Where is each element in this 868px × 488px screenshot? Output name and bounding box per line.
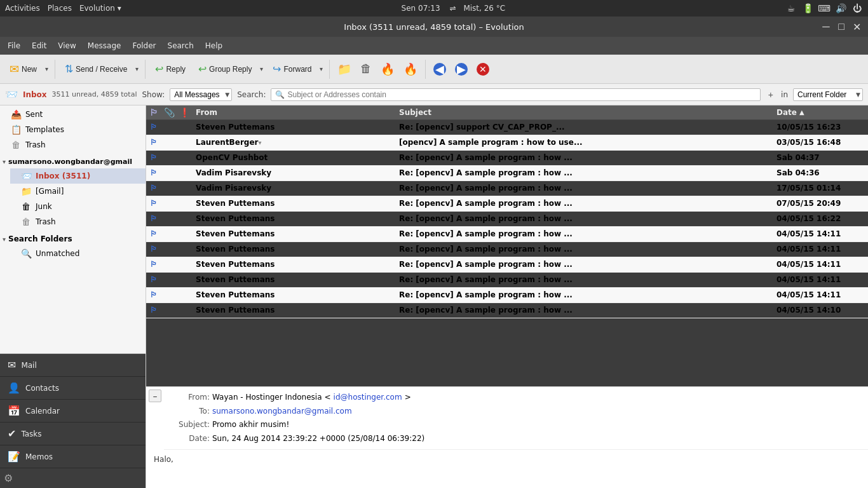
nav-memos[interactable]: 📝 Memos	[0, 445, 146, 468]
maximize-button[interactable]: □	[835, 20, 848, 33]
flag-icon: 🏳	[150, 184, 158, 193]
sidebar-item-junk[interactable]: 🗑 Junk	[10, 199, 146, 214]
row-date: 07/05/15 20:49	[773, 199, 868, 208]
send-receive-button[interactable]: ⇅ Send / Receive	[59, 60, 133, 78]
back-button[interactable]: ◀	[430, 60, 450, 79]
nav-calendar[interactable]: 📅 Calendar	[0, 400, 146, 423]
power-icon[interactable]: ⏻	[851, 3, 863, 14]
subject-value: Promo akhir musim!	[212, 418, 289, 432]
evolution-menu[interactable]: Evolution ▾	[79, 4, 121, 13]
nav-tasks[interactable]: ✔ Tasks	[0, 423, 146, 445]
sidebar-item-gmail[interactable]: 📁 [Gmail]	[10, 184, 146, 199]
table-row[interactable]: 🏳 Steven Puttemans Re: [opencv] A sample…	[146, 257, 868, 273]
inbox-active-label: Inbox	[23, 90, 47, 99]
activities-label[interactable]: Activities	[5, 4, 40, 13]
table-row[interactable]: 🏳 OpenCV Pushbot Re: [opencv] A sample p…	[146, 151, 868, 166]
from-email-link[interactable]: id@hostinger.com	[334, 391, 402, 405]
menu-edit[interactable]: Edit	[27, 39, 51, 52]
places-menu[interactable]: Places	[48, 4, 72, 13]
menu-file[interactable]: File	[3, 39, 25, 52]
sidebar-search-header[interactable]: ▾ Search Folders	[0, 232, 146, 246]
stop-icon: ✕	[477, 63, 489, 76]
nav-mail[interactable]: ✉ Mail	[0, 354, 146, 377]
table-row[interactable]: 🏳 Steven Puttemans Re: [opencv] A sample…	[146, 303, 868, 318]
flag-icon: 🏳	[150, 290, 158, 299]
send-receive-dropdown-arrow[interactable]: ▾	[133, 62, 141, 76]
trash-1-icon: 🗑	[10, 140, 22, 150]
sidebar-item-trash-2[interactable]: 🗑 Trash	[10, 214, 146, 229]
header-subject-col[interactable]: Subject	[395, 108, 773, 117]
row-date: Sab 04:37	[773, 153, 868, 162]
table-row[interactable]: 🏳 Steven Puttemans Re: [opencv] A sample…	[146, 227, 868, 242]
inbox-item-icon: 📨	[20, 171, 32, 181]
flag-icon: 🏳	[150, 123, 158, 132]
send-receive-label: Send / Receive	[76, 65, 127, 74]
menu-message[interactable]: Message	[83, 39, 126, 52]
menu-view[interactable]: View	[53, 39, 81, 52]
show-select[interactable]: All Messages	[170, 88, 232, 101]
sidebar-item-templates[interactable]: 📋 Templates	[0, 122, 146, 137]
menu-search[interactable]: Search	[163, 39, 199, 52]
forward-nav-button[interactable]: ▶	[451, 60, 471, 79]
toolbar-sep-4	[425, 60, 426, 79]
search-input[interactable]	[287, 90, 756, 99]
search-add-button[interactable]: +	[766, 88, 776, 101]
folder-select[interactable]: Current Folder	[793, 88, 863, 101]
reply-icon: ↩	[155, 63, 163, 75]
reply-button[interactable]: ↩ Reply	[149, 60, 191, 78]
menu-help[interactable]: Help	[200, 39, 227, 52]
header-flag-col[interactable]: 🏳	[146, 107, 161, 118]
new-button[interactable]: ✉ New	[4, 59, 43, 79]
flag-icon: 🏳	[150, 153, 158, 162]
system-bar: Activities Places Evolution ▾ Sen 07:13 …	[0, 0, 868, 17]
email-list-scroll[interactable]: 🏳 Steven Puttemans Re: [opencv] support …	[146, 120, 868, 386]
to-email-link[interactable]: sumarsono.wongbandar@gmail.com	[212, 405, 352, 419]
sidebar-account-section: ▾ sumarsono.wongbandar@gmail 📨 Inbox (35…	[0, 154, 146, 231]
delete-button[interactable]: 🗑	[356, 59, 376, 79]
header-attach-col[interactable]: 📎	[161, 107, 177, 118]
email-pane: 🏳 📎 ❗ From Subject Date ▲	[146, 105, 868, 488]
close-button[interactable]: ✕	[850, 20, 863, 33]
sidebar-account-header[interactable]: ▾ sumarsono.wongbandar@gmail	[0, 155, 146, 168]
not-junk-button[interactable]: 🔥	[400, 59, 421, 79]
sidebar-item-unmatched[interactable]: 🔍 Unmatched	[10, 246, 146, 261]
stop-button[interactable]: ✕	[473, 60, 493, 79]
contacts-nav-icon: 👤	[8, 382, 20, 394]
header-date-col[interactable]: Date ▲	[773, 108, 868, 117]
sidebar-item-trash-1[interactable]: 🗑 Trash	[0, 137, 146, 152]
table-row[interactable]: 🏳 Steven Puttemans Re: [opencv] A sample…	[146, 273, 868, 288]
flag-icon: 🏳	[150, 138, 158, 147]
table-row[interactable]: 🏳 Vadim Pisarevsky Re: [opencv] A sample…	[146, 181, 868, 196]
table-row[interactable]: 🏳 Vadim Pisarevsky Re: [opencv] A sample…	[146, 166, 868, 181]
row-from: Steven Puttemans	[192, 275, 395, 284]
header-prio-col[interactable]: ❗	[177, 107, 192, 118]
junk-button[interactable]: 🔥	[377, 59, 398, 79]
row-flag: 🏳	[146, 306, 161, 315]
minimize-button[interactable]: ─	[820, 20, 832, 33]
group-reply-button[interactable]: ↩ Group Reply	[193, 60, 257, 78]
new-dropdown-arrow[interactable]: ▾	[43, 62, 51, 76]
forward-button[interactable]: ↪ Forward	[267, 60, 317, 78]
nav-contacts[interactable]: 👤 Contacts	[0, 377, 146, 400]
forward-dropdown-arrow[interactable]: ▾	[317, 62, 325, 76]
row-date: 17/05/15 01:14	[773, 184, 868, 193]
table-row[interactable]: 🏳 LaurentBerger ▾ [opencv] A sample prog…	[146, 135, 868, 151]
move-folder-button[interactable]: 📁	[334, 59, 355, 79]
group-reply-dropdown-arrow[interactable]: ▾	[257, 62, 266, 76]
menu-folder[interactable]: Folder	[127, 39, 161, 52]
preview-collapse-button[interactable]: –	[149, 390, 161, 402]
sidebar-item-sent[interactable]: 📤 Sent	[0, 107, 146, 122]
table-row[interactable]: 🏳 Steven Puttemans Re: [opencv] A sample…	[146, 196, 868, 212]
coffeecup-icon: ☕	[785, 3, 797, 14]
new-button-group: ✉ New ▾	[4, 59, 51, 79]
table-row[interactable]: 🏳 Steven Puttemans Re: [opencv] support …	[146, 120, 868, 135]
row-date: 04/05/15 14:10	[773, 306, 868, 315]
table-row[interactable]: 🏳 Steven Puttemans Re: [opencv] A sample…	[146, 212, 868, 227]
sidebar-item-inbox[interactable]: 📨 Inbox (3511)	[10, 168, 146, 184]
table-row[interactable]: 🏳 Steven Puttemans Re: [opencv] A sample…	[146, 242, 868, 257]
preview-subject-row: Subject: Promo akhir musim!	[172, 418, 860, 432]
table-row[interactable]: 🏳 Steven Puttemans Re: [opencv] A sample…	[146, 288, 868, 303]
sidebar-search-section: ▾ Search Folders 🔍 Unmatched	[0, 231, 146, 262]
memos-nav-icon: 📝	[8, 451, 20, 463]
header-from-col[interactable]: From	[192, 108, 395, 117]
